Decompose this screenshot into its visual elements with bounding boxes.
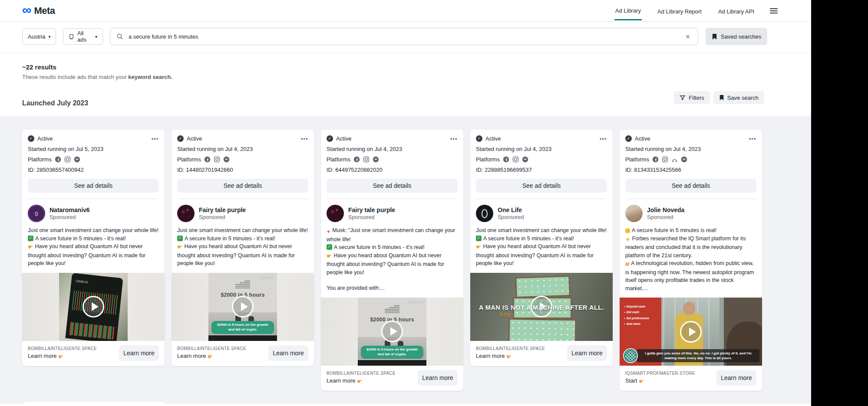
ad-video-thumbnail[interactable]: A MAN IS NOT A MACHINE AFTER ALL. COU — [470, 273, 613, 341]
filters-button[interactable]: Filters — [674, 91, 710, 104]
pointing-finger-emoji — [327, 252, 332, 261]
tab-ad-library-api[interactable]: Ad Library API — [717, 2, 755, 20]
advertiser-avatar[interactable] — [476, 205, 493, 222]
advertiser-avatar[interactable]: 0 — [28, 205, 45, 222]
ad-domain: BOMBILLAINTELIGENTE.SPACE — [327, 371, 396, 376]
start-date: Started running on Jul 4, 2023 — [625, 146, 756, 152]
ad-type-value: All ads — [77, 30, 92, 43]
video-subcaption: COU — [500, 313, 511, 318]
ad-video-thumbnail[interactable]: QuantumAI $2000 in 5 hours $2000 in 5 ho… — [358, 298, 426, 366]
ad-cta-text: Learn more — [28, 353, 97, 360]
see-ad-details-button[interactable]: See ad details — [625, 179, 756, 193]
quantumai-watermark: QuantumAI — [406, 300, 424, 304]
instagram-icon — [214, 156, 220, 163]
tab-ad-library[interactable]: Ad Library — [614, 1, 642, 20]
ad-media: QuantumAI $2000 in 5 hours $2000 in 5 ho… — [172, 273, 314, 341]
platforms-label: Platforms — [177, 156, 201, 163]
learn-more-button[interactable]: Learn more — [567, 345, 607, 361]
ad-text-line: You are provided with:... — [327, 284, 458, 292]
search-box: × — [110, 28, 698, 45]
tab-ad-library-report[interactable]: Ad Library Report — [657, 2, 703, 20]
instagram-icon — [363, 156, 370, 163]
see-ad-details-button[interactable]: See ad details — [476, 179, 607, 193]
start-date: Started running on Jul 5, 2023 — [28, 146, 159, 152]
advertiser-avatar[interactable] — [625, 205, 643, 222]
play-button-icon[interactable] — [83, 296, 104, 318]
clear-search-button[interactable]: × — [683, 32, 693, 42]
ad-text-line: Forbes researched the IQ Smart platform … — [625, 235, 756, 260]
ad-video-thumbnail[interactable]: QuantumAI $2000 in 5 hours $2000 in 5 ho… — [208, 273, 277, 341]
top-nav: Ad Library Ad Library Report Ad Library … — [614, 1, 811, 20]
zigzag-m-emoji — [625, 260, 629, 268]
ad-body-text: Just one smart investment can change you… — [470, 222, 613, 273]
ad-text-line: Just one smart investment can change you… — [177, 226, 308, 235]
play-button-icon[interactable] — [680, 321, 702, 343]
messenger-icon — [373, 156, 379, 163]
ad-video-thumbnail[interactable]: 23095.81 — [59, 273, 128, 341]
country-dropdown[interactable]: Austria ▾ — [22, 28, 56, 45]
meta-infinity-icon: ∞ — [22, 3, 31, 16]
ad-domain: BOMBILLAINTELIGENTE.SPACE — [28, 346, 97, 351]
sponsored-label: Sponsored — [348, 214, 395, 220]
sponsored-label: Sponsored — [50, 214, 90, 220]
save-search-button[interactable]: Save search — [713, 91, 764, 104]
pointing-finger-emoji — [506, 353, 512, 360]
ad-type-dropdown[interactable]: All ads ▾ — [63, 28, 103, 45]
advertiser-avatar[interactable] — [327, 205, 344, 222]
see-ad-details-button[interactable]: See ad details — [327, 179, 458, 193]
advertiser-name[interactable]: Fairy tale purple — [348, 206, 395, 213]
filter-funnel-icon — [680, 95, 686, 101]
messenger-icon — [74, 156, 80, 163]
hamburger-menu-icon[interactable] — [770, 8, 778, 13]
search-bar-row: Austria ▾ All ads ▾ × Saved searches — [0, 22, 811, 53]
results-count: ~22 results — [22, 63, 811, 71]
more-options-button[interactable]: ••• — [152, 136, 159, 142]
active-check-icon — [327, 135, 333, 142]
results-grid: Active ••• Started running on Jul 5, 202… — [0, 116, 811, 404]
meta-logo[interactable]: ∞ Meta — [22, 5, 55, 16]
advertiser-avatar[interactable] — [177, 205, 195, 222]
more-options-button[interactable]: ••• — [450, 136, 458, 142]
coins-growth-icon — [385, 304, 399, 313]
results-description: These results include ads that match you… — [22, 74, 811, 80]
advertiser-name[interactable]: Fairy tale purple — [199, 206, 246, 213]
check-emoji — [327, 244, 332, 250]
bookmark-icon — [712, 33, 717, 40]
ad-cta-text: Start — [625, 377, 695, 385]
start-date: Started running on Jul 4, 2023 — [177, 146, 308, 152]
more-options-button[interactable]: ••• — [749, 136, 756, 142]
ad-text-line: Have you heard about Quantum AI but neve… — [28, 242, 159, 268]
status-label: Active — [485, 135, 501, 142]
status-label: Active — [187, 135, 202, 142]
search-input[interactable] — [128, 33, 698, 40]
saved-searches-button[interactable]: Saved searches — [706, 28, 767, 45]
ad-domain: IQSMART.PROFMASTER.STORE — [625, 371, 695, 376]
ad-video-thumbnail[interactable]: Deposit cash Get cash Set preferences An… — [620, 298, 762, 366]
learn-more-button[interactable]: Learn more — [119, 345, 159, 361]
ad-card: Active ••• Started running on Jul 4, 202… — [321, 130, 463, 391]
play-button-icon[interactable] — [232, 296, 254, 318]
ad-body-text: A secure future in 5 minutes is real! Fo… — [620, 222, 762, 298]
see-ad-details-button[interactable]: See ad details — [28, 179, 159, 193]
ad-card: Active ••• Started running on Jul 4, 202… — [620, 130, 762, 391]
ad-id: ID: 228885196699537 — [476, 167, 607, 173]
ad-cta-text: Learn more — [327, 377, 396, 385]
meta-logo-text: Meta — [34, 5, 55, 16]
learn-more-button[interactable]: Learn more — [268, 345, 308, 361]
play-button-icon[interactable] — [381, 321, 403, 342]
ad-text-line: Just one smart investment can change you… — [28, 226, 159, 235]
bell-emoji — [625, 228, 630, 233]
more-options-button[interactable]: ••• — [600, 136, 607, 142]
advertiser-name[interactable]: Jolie Noveda — [647, 206, 684, 213]
learn-more-button[interactable]: Learn more — [418, 370, 458, 386]
pointing-finger-emoji — [58, 353, 64, 360]
active-check-icon — [476, 135, 482, 142]
advertiser-name[interactable]: One Life — [498, 206, 524, 213]
ad-id: ID: 813433153425566 — [625, 167, 756, 173]
watch-tray — [508, 318, 577, 341]
ad-card: Active ••• Started running on Jul 5, 202… — [22, 130, 165, 366]
advertiser-name[interactable]: Nataromaniv6 — [50, 206, 90, 213]
learn-more-button[interactable]: Learn more — [716, 370, 756, 386]
see-ad-details-button[interactable]: See ad details — [177, 179, 308, 193]
more-options-button[interactable]: ••• — [301, 136, 308, 142]
